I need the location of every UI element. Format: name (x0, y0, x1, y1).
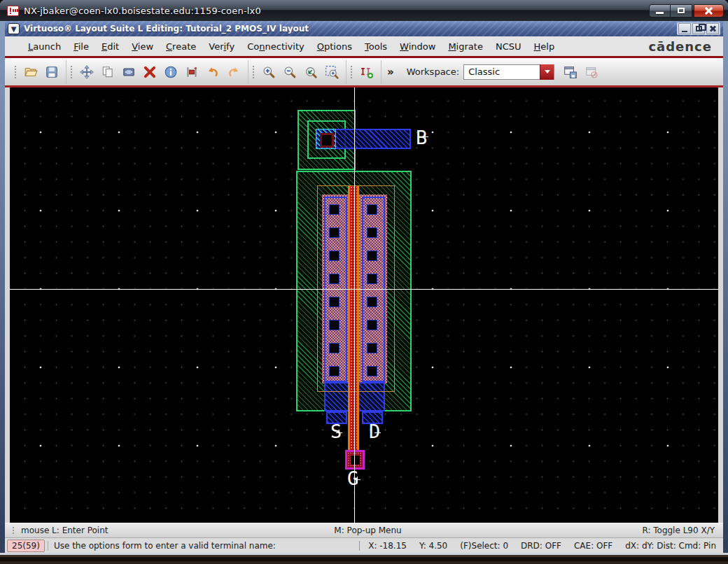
source-contact (329, 320, 340, 330)
source-contact (329, 274, 340, 284)
menu-tools[interactable]: Tools (358, 38, 393, 55)
menu-help[interactable]: Help (528, 38, 561, 55)
bulk-contact[interactable] (320, 133, 334, 148)
zoom-fit-icon (304, 65, 318, 79)
rotate-icon (185, 65, 199, 79)
undo-button[interactable] (202, 62, 223, 83)
hintbar-drag-handle[interactable] (12, 526, 15, 535)
zoom-area-button[interactable] (321, 62, 342, 83)
zoom-in-button[interactable] (258, 62, 279, 83)
save-button[interactable] (41, 62, 62, 83)
menu-create[interactable]: Create (160, 38, 202, 55)
menu-migrate[interactable]: Migrate (442, 38, 489, 55)
nx-outer-window: NX-jbaker@coen-lx0.boisestate.edu:1159-c… (0, 0, 728, 564)
cursor-y-readout: Y: 4.50 (419, 541, 447, 551)
workspace-combobox[interactable]: Classic (463, 64, 554, 80)
copy-button[interactable] (97, 62, 118, 83)
menu-edit[interactable]: Edit (95, 38, 125, 55)
revert-workspace-button[interactable] (581, 62, 602, 83)
workspace-dropdown-arrow-icon[interactable] (540, 64, 554, 80)
toolbar-drag-handle[interactable] (252, 65, 255, 79)
menu-view[interactable]: View (125, 38, 160, 55)
open-folder-icon (24, 65, 38, 79)
redo-button[interactable] (223, 62, 244, 83)
close-button[interactable] (694, 4, 724, 17)
outer-window-title: NX-jbaker@coen-lx0.boisestate.edu:1159-c… (24, 6, 261, 16)
minimize-icon (656, 12, 664, 14)
mouse-middle-hint: M: Pop-up Menu (334, 526, 401, 535)
poly-contact[interactable] (345, 450, 365, 470)
properties-button[interactable] (160, 62, 181, 83)
virtuoso-window: ▼ Virtuoso® Layout Suite L Editing: Tuto… (5, 21, 723, 553)
app-restore-button[interactable] (692, 23, 705, 34)
move-button[interactable] (76, 62, 97, 83)
crosshair-horizontal (10, 289, 718, 290)
delete-button[interactable] (139, 62, 160, 83)
app-close-icon (709, 25, 716, 32)
move-icon (80, 65, 94, 79)
stretch-button[interactable] (118, 62, 139, 83)
drain-contact (367, 297, 377, 307)
drain-contact (367, 227, 377, 238)
undo-icon (206, 65, 220, 79)
select-count: (F)Select: 0 (460, 541, 508, 551)
delete-icon (143, 65, 157, 79)
workspace-label: Workspace: (407, 66, 459, 77)
zoom-out-icon (283, 65, 297, 79)
open-button[interactable] (20, 62, 41, 83)
mouse-left-hint: mouse L: Enter Point (21, 526, 334, 535)
poly-gate[interactable] (348, 186, 359, 450)
zoom-out-button[interactable] (279, 62, 300, 83)
cae-status: CAE: OFF (574, 541, 612, 551)
app-restore-icon (696, 26, 702, 31)
minimize-button[interactable] (649, 4, 671, 17)
menu-window[interactable]: Window (393, 38, 442, 55)
toolbar: » Workspace: Classic (5, 58, 723, 85)
properties-info-icon (164, 65, 178, 79)
source-contact (329, 227, 340, 238)
save-workspace-button[interactable] (560, 62, 581, 83)
app-close-button[interactable] (706, 23, 719, 34)
create-via-icon (360, 65, 374, 79)
menu-verify[interactable]: Verify (202, 38, 241, 55)
mouse-hint-bar: mouse L: Enter Point M: Pop-up Menu R: T… (5, 523, 723, 537)
zoom-area-icon (325, 65, 339, 79)
crosshair-vertical (354, 87, 355, 523)
menu-options[interactable]: Options (311, 38, 358, 55)
app-titlebar[interactable]: ▼ Virtuoso® Layout Suite L Editing: Tuto… (5, 21, 723, 36)
nx-client-icon (7, 6, 19, 16)
drain-contact (367, 366, 377, 376)
source-contact (329, 343, 340, 353)
app-minimize-button[interactable] (678, 23, 691, 34)
drain-contact (367, 320, 377, 330)
drain-pin-marker-icon (374, 430, 381, 436)
drain-contact (367, 204, 377, 215)
rotate-button[interactable] (181, 62, 202, 83)
toolbar-drag-handle[interactable] (14, 65, 18, 79)
menu-connectivity[interactable]: Connectivity (241, 38, 311, 55)
menu-launch[interactable]: Launch (22, 38, 67, 55)
create-via-button[interactable] (356, 62, 377, 83)
drain-contact (367, 343, 377, 353)
outer-titlebar[interactable]: NX-jbaker@coen-lx0.boisestate.edu:1159-c… (0, 0, 728, 21)
toolbar-overflow-button[interactable]: » (382, 66, 400, 78)
cadence-logo: cādence (648, 39, 712, 54)
drain-contact (367, 251, 377, 261)
save-floppy-icon (45, 65, 59, 79)
toolbar-drag-handle[interactable] (350, 65, 354, 79)
status-message: Use the options form to enter a valid te… (48, 541, 359, 551)
menu-file[interactable]: File (67, 38, 95, 55)
gate-pin-marker-icon (354, 477, 360, 483)
zoom-fit-button[interactable] (300, 62, 321, 83)
maximize-button[interactable] (671, 4, 692, 17)
menu-ncsu[interactable]: NCSU (489, 38, 528, 55)
close-icon (704, 6, 713, 15)
revert-workspace-icon (584, 65, 598, 79)
window-menu-chevron-icon[interactable]: ▼ (8, 23, 20, 34)
layout-canvas[interactable]: B S D G (10, 87, 718, 523)
status-bar: 25(59) Use the options form to enter a v… (5, 537, 723, 553)
toolbar-drag-handle[interactable] (70, 65, 74, 79)
redo-icon (227, 65, 241, 79)
drd-status: DRD: OFF (521, 541, 561, 551)
source-pin-marker-icon (336, 430, 342, 436)
